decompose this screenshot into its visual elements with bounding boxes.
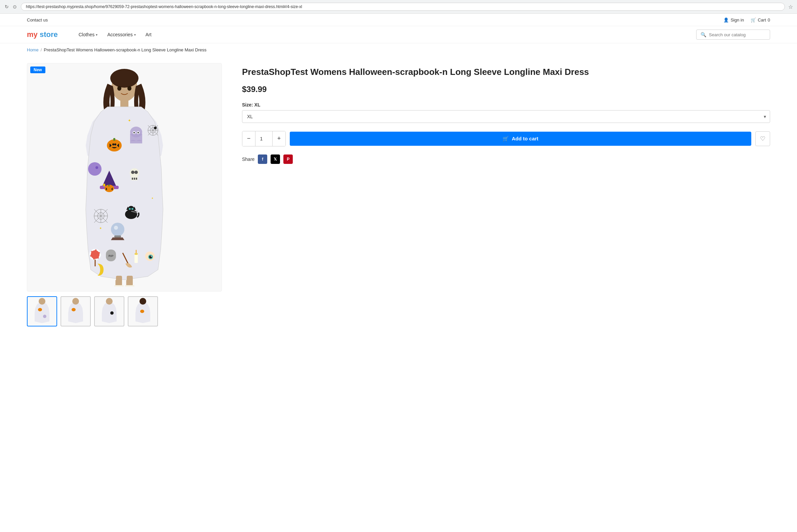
- share-pinterest-button[interactable]: P: [283, 154, 293, 164]
- svg-point-40: [130, 168, 139, 178]
- svg-point-1: [110, 69, 139, 88]
- svg-point-84: [140, 298, 146, 305]
- svg-point-68: [151, 256, 152, 257]
- size-select[interactable]: XL S M L 2XL: [242, 110, 770, 123]
- svg-point-49: [111, 223, 124, 236]
- utility-bar: Contact us 👤 Sign in 🛒 Cart 0: [0, 14, 797, 26]
- share-row: Share f 𝕏 P: [242, 154, 770, 164]
- browser-nav-button[interactable]: ⊙: [12, 4, 17, 10]
- svg-point-2: [117, 86, 121, 91]
- cart-link[interactable]: 🛒 Cart 0: [750, 17, 770, 22]
- breadcrumb-current: PrestaShopTest Womens Halloween-scrapboo…: [44, 48, 206, 52]
- quantity-input[interactable]: [255, 131, 273, 146]
- svg-text:✦: ✦: [128, 118, 131, 123]
- breadcrumb: Home / PrestaShopTest Womens Halloween-s…: [0, 43, 797, 56]
- wishlist-button[interactable]: ♡: [755, 131, 770, 146]
- svg-point-8: [114, 144, 116, 146]
- nav-label-clothes: Clothes: [79, 32, 94, 37]
- svg-rect-71: [114, 285, 124, 286]
- svg-text:✦: ✦: [99, 226, 102, 230]
- svg-rect-51: [114, 235, 121, 238]
- utility-bar-right: 👤 Sign in 🛒 Cart 0: [723, 17, 770, 22]
- svg-point-81: [72, 308, 76, 311]
- svg-point-42: [131, 171, 134, 174]
- thumbnail-4[interactable]: [128, 296, 158, 326]
- svg-point-7: [112, 144, 114, 146]
- thumbnail-2[interactable]: [60, 296, 91, 326]
- nav-links: Clothes ▾ Accessories ▾ Art: [75, 30, 686, 39]
- chevron-down-icon: ▾: [96, 33, 97, 37]
- account-icon: 👤: [723, 17, 729, 22]
- size-label: Size: XL: [242, 102, 770, 108]
- product-main-image: ✦ ✦ ✦ RIP: [27, 63, 222, 291]
- svg-point-43: [134, 171, 138, 174]
- svg-marker-52: [111, 238, 124, 240]
- svg-point-80: [72, 298, 79, 305]
- nav-item-art[interactable]: Art: [142, 30, 156, 39]
- nav-label-art: Art: [146, 32, 151, 37]
- add-to-cart-button[interactable]: 🛒 Add to cart: [290, 132, 751, 146]
- reload-button[interactable]: ↻: [4, 4, 10, 10]
- url-bar[interactable]: https://test-prestashop.mypresta.shop/ho…: [21, 3, 785, 11]
- product-badge: New: [30, 66, 46, 73]
- thumbnail-image-4: [133, 298, 153, 325]
- svg-rect-27: [108, 185, 110, 186]
- product-title: PrestaShopTest Womens Halloween-scrapboo…: [242, 66, 770, 78]
- product-page: New: [0, 56, 797, 340]
- cart-label: Cart: [758, 17, 766, 22]
- svg-point-3: [127, 86, 131, 91]
- chevron-down-icon-accessories: ▾: [134, 33, 136, 37]
- svg-point-78: [38, 308, 42, 311]
- product-image-svg: ✦ ✦ ✦ RIP: [67, 68, 182, 286]
- svg-rect-46: [136, 178, 137, 180]
- nav-item-accessories[interactable]: Accessories ▾: [103, 30, 140, 39]
- contact-link[interactable]: Contact us: [27, 17, 48, 22]
- svg-point-32: [129, 208, 131, 210]
- thumbnail-3[interactable]: [94, 296, 124, 326]
- cart-icon-btn: 🛒: [503, 136, 509, 142]
- product-details: PrestaShopTest Womens Halloween-scrapboo…: [242, 63, 770, 326]
- product-image-section: New: [27, 63, 222, 326]
- sign-in-label: Sign in: [730, 17, 744, 22]
- svg-rect-59: [134, 254, 138, 263]
- bookmark-button[interactable]: ☆: [788, 4, 793, 10]
- sign-in-link[interactable]: 👤 Sign in: [723, 17, 744, 22]
- product-price: $39.99: [242, 84, 770, 94]
- svg-point-5: [107, 139, 122, 151]
- nav-item-clothes[interactable]: Clothes ▾: [75, 30, 102, 39]
- svg-point-85: [140, 310, 144, 313]
- svg-rect-45: [134, 178, 135, 180]
- quantity-decrease-button[interactable]: −: [242, 131, 255, 146]
- cart-icon: 🛒: [750, 17, 756, 22]
- svg-rect-10: [130, 134, 142, 141]
- quantity-control: − +: [242, 131, 286, 147]
- svg-text:RIP: RIP: [108, 254, 113, 258]
- breadcrumb-home[interactable]: Home: [27, 48, 39, 52]
- nav-label-accessories: Accessories: [107, 32, 132, 37]
- utility-bar-left: Contact us: [27, 17, 48, 22]
- share-label: Share: [242, 156, 254, 162]
- main-nav: my store Clothes ▾ Accessories ▾ Art 🔍: [0, 26, 797, 43]
- logo-my: my: [27, 30, 38, 39]
- product-thumbnails: [27, 296, 222, 326]
- cart-row: − + 🛒 Add to cart ♡: [242, 131, 770, 147]
- search-input[interactable]: [709, 32, 766, 37]
- svg-point-83: [110, 311, 114, 315]
- share-facebook-button[interactable]: f: [258, 154, 267, 164]
- size-select-wrapper: XL S M L 2XL ▾: [242, 110, 770, 123]
- share-x-button[interactable]: 𝕏: [271, 154, 280, 164]
- cart-count: 0: [768, 17, 770, 22]
- svg-point-13: [133, 132, 135, 133]
- site-logo[interactable]: my store: [27, 30, 58, 39]
- svg-rect-74: [125, 285, 134, 286]
- svg-point-82: [106, 298, 113, 305]
- svg-rect-6: [113, 138, 115, 141]
- heart-icon: ♡: [760, 135, 765, 142]
- quantity-increase-button[interactable]: +: [273, 131, 285, 146]
- browser-bar: ↻ ⊙ https://test-prestashop.mypresta.sho…: [0, 0, 797, 14]
- svg-point-14: [138, 132, 139, 133]
- search-box[interactable]: 🔍: [696, 30, 770, 40]
- svg-rect-44: [132, 178, 133, 180]
- thumbnail-1[interactable]: [27, 296, 57, 326]
- svg-rect-25: [103, 184, 105, 186]
